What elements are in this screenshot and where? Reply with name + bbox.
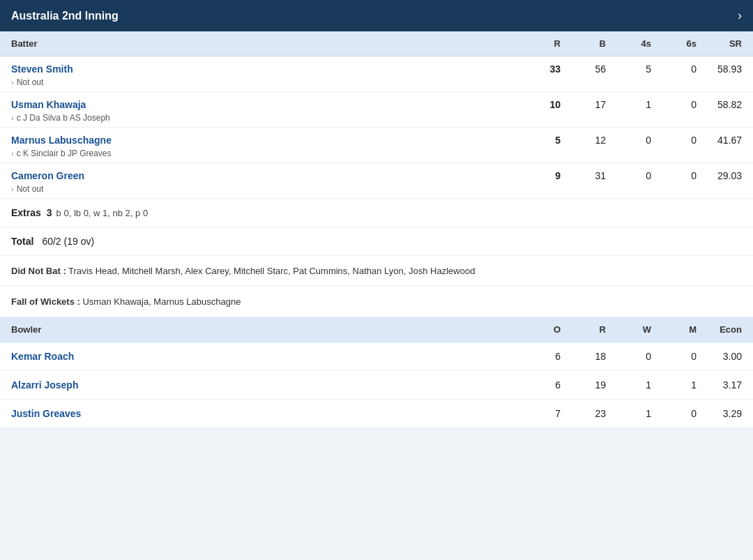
batter-4s: 0 bbox=[606, 135, 651, 146]
batter-main-0: Steven Smith 33 56 5 0 58.93 bbox=[11, 63, 742, 75]
batter-r: 5 bbox=[515, 135, 561, 146]
bowler-w: 0 bbox=[606, 351, 651, 362]
batter-b: 17 bbox=[561, 99, 606, 110]
col-header-m: M bbox=[651, 324, 697, 335]
bowler-name[interactable]: Justin Greaves bbox=[11, 408, 515, 419]
batter-6s: 0 bbox=[651, 170, 697, 181]
batter-detail: › c J Da Silva b AS Joseph bbox=[11, 113, 742, 123]
fow-wickets: Usman Khawaja, Marnus Labuschagne bbox=[82, 296, 241, 307]
bowler-m: 0 bbox=[651, 351, 697, 362]
chevron-right-icon: › bbox=[11, 78, 14, 86]
batter-row: Steven Smith 33 56 5 0 58.93 › Not out bbox=[0, 56, 753, 92]
extras-detail: b 0, lb 0, w 1, nb 2, p 0 bbox=[56, 208, 149, 218]
bowler-r: 18 bbox=[561, 351, 606, 362]
extras-value: 3 bbox=[47, 207, 52, 218]
batter-dismissal: Not out bbox=[17, 184, 44, 194]
batter-main-2: Marnus Labuschagne 5 12 0 0 41.67 bbox=[11, 135, 742, 146]
extras-row: Extras 3 b 0, lb 0, w 1, nb 2, p 0 bbox=[0, 199, 753, 227]
total-value: 60/2 (19 ov) bbox=[42, 236, 94, 247]
col-header-b: B bbox=[561, 38, 606, 49]
innings-header: Australia 2nd Inning › bbox=[0, 0, 753, 31]
batter-6s: 0 bbox=[651, 63, 697, 75]
col-header-econ: Econ bbox=[697, 324, 742, 335]
batter-b: 56 bbox=[561, 63, 606, 75]
batter-sr: 41.67 bbox=[697, 135, 742, 146]
bowler-r: 19 bbox=[561, 379, 606, 391]
innings-title: Australia 2nd Inning bbox=[11, 10, 119, 22]
batter-sr: 58.93 bbox=[697, 63, 742, 75]
chevron-right-icon: › bbox=[11, 149, 14, 158]
col-header-4s: 4s bbox=[606, 38, 651, 49]
bowler-r: 23 bbox=[561, 408, 606, 419]
bowler-name[interactable]: Alzarri Joseph bbox=[11, 379, 515, 391]
batter-4s: 1 bbox=[606, 99, 651, 110]
batter-dismissal: c J Da Silva b AS Joseph bbox=[17, 113, 110, 123]
batter-r: 10 bbox=[515, 99, 561, 110]
bowler-o: 6 bbox=[515, 351, 561, 362]
batter-detail: › Not out bbox=[11, 184, 742, 194]
chevron-icon[interactable]: › bbox=[738, 8, 742, 23]
batter-r: 33 bbox=[515, 63, 561, 75]
chevron-right-icon: › bbox=[11, 114, 14, 122]
batter-detail: › Not out bbox=[11, 77, 742, 87]
col-header-batter: Batter bbox=[11, 38, 515, 49]
fall-of-wickets-row: Fall of Wickets : Usman Khawaja, Marnus … bbox=[0, 287, 753, 317]
batter-dismissal: c K Sinclair b JP Greaves bbox=[17, 149, 112, 158]
bowler-row: Alzarri Joseph 6 19 1 1 3.17 bbox=[0, 371, 753, 400]
batter-row: Marnus Labuschagne 5 12 0 0 41.67 › c K … bbox=[0, 128, 753, 163]
bowler-m: 1 bbox=[651, 379, 697, 391]
bowler-m: 0 bbox=[651, 408, 697, 419]
col-header-6s: 6s bbox=[651, 38, 697, 49]
chevron-right-icon: › bbox=[11, 185, 14, 193]
bowlers-list: Kemar Roach 6 18 0 0 3.00 Alzarri Joseph… bbox=[0, 342, 753, 428]
bowler-name[interactable]: Kemar Roach bbox=[11, 351, 515, 362]
bowler-econ: 3.00 bbox=[697, 351, 742, 362]
batter-name[interactable]: Steven Smith bbox=[11, 63, 515, 75]
bowler-w: 1 bbox=[606, 379, 651, 391]
bowler-o: 7 bbox=[515, 408, 561, 419]
dnb-players: Travis Head, Mitchell Marsh, Alex Carey,… bbox=[68, 266, 475, 276]
bowler-row: Justin Greaves 7 23 1 0 3.29 bbox=[0, 400, 753, 428]
batter-sr: 58.82 bbox=[697, 99, 742, 110]
batters-list: Steven Smith 33 56 5 0 58.93 › Not out U… bbox=[0, 56, 753, 199]
batter-detail: › c K Sinclair b JP Greaves bbox=[11, 149, 742, 158]
extras-label: Extras bbox=[11, 207, 41, 218]
batter-4s: 0 bbox=[606, 170, 651, 181]
col-header-w: W bbox=[606, 324, 651, 335]
bowler-w: 1 bbox=[606, 408, 651, 419]
batter-r: 9 bbox=[515, 170, 561, 181]
col-header-bowler: Bowler bbox=[11, 324, 515, 335]
batter-sr: 29.03 bbox=[697, 170, 742, 181]
total-row: Total 60/2 (19 ov) bbox=[0, 227, 753, 256]
batter-b: 12 bbox=[561, 135, 606, 146]
col-header-r-bowl: R bbox=[561, 324, 606, 335]
batter-name[interactable]: Marnus Labuschagne bbox=[11, 135, 515, 146]
batter-row: Usman Khawaja 10 17 1 0 58.82 › c J Da S… bbox=[0, 92, 753, 128]
col-header-r: R bbox=[515, 38, 561, 49]
bowler-o: 6 bbox=[515, 379, 561, 391]
col-header-o: O bbox=[515, 324, 561, 335]
batting-column-headers: Batter R B 4s 6s SR bbox=[0, 31, 753, 56]
bowler-econ: 3.29 bbox=[697, 408, 742, 419]
scorecard: Australia 2nd Inning › Batter R B 4s 6s … bbox=[0, 0, 753, 428]
total-label: Total bbox=[11, 236, 33, 247]
did-not-bat-row: Did Not Bat : Travis Head, Mitchell Mars… bbox=[0, 256, 753, 287]
batter-name[interactable]: Usman Khawaja bbox=[11, 99, 515, 110]
batter-b: 31 bbox=[561, 170, 606, 181]
dnb-label: Did Not Bat : bbox=[11, 266, 66, 276]
bowler-row: Kemar Roach 6 18 0 0 3.00 bbox=[0, 342, 753, 371]
batter-main-3: Cameron Green 9 31 0 0 29.03 bbox=[11, 170, 742, 181]
bowling-column-headers: Bowler O R W M Econ bbox=[0, 317, 753, 342]
batter-4s: 5 bbox=[606, 63, 651, 75]
batter-main-1: Usman Khawaja 10 17 1 0 58.82 bbox=[11, 99, 742, 110]
batter-name[interactable]: Cameron Green bbox=[11, 170, 515, 181]
fow-label: Fall of Wickets : bbox=[11, 296, 80, 307]
batter-6s: 0 bbox=[651, 99, 697, 110]
col-header-sr: SR bbox=[697, 38, 742, 49]
batter-dismissal: Not out bbox=[17, 77, 44, 87]
bowler-econ: 3.17 bbox=[697, 379, 742, 391]
batter-row: Cameron Green 9 31 0 0 29.03 › Not out bbox=[0, 163, 753, 199]
batter-6s: 0 bbox=[651, 135, 697, 146]
